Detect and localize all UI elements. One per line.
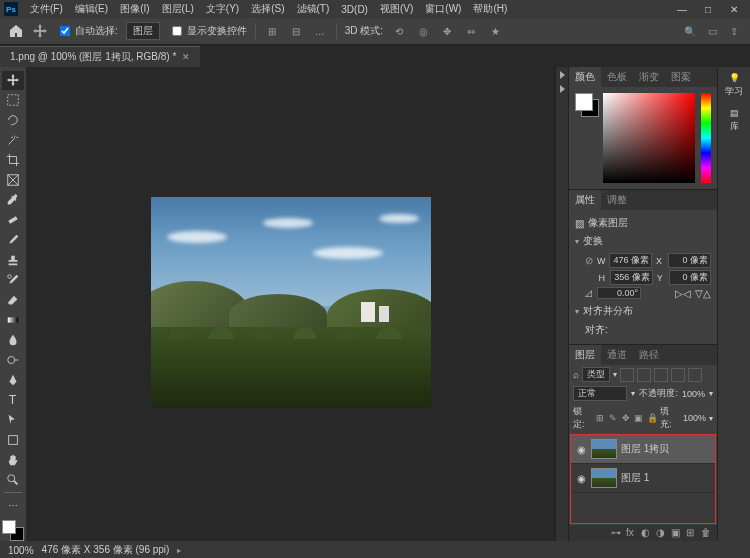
- width-field[interactable]: 476 像素: [609, 253, 652, 268]
- hue-strip[interactable]: [701, 93, 711, 183]
- library-panel-button[interactable]: ▤库: [730, 108, 739, 133]
- pen-tool[interactable]: [2, 371, 24, 390]
- 3d-pan-icon[interactable]: ✥: [439, 24, 455, 38]
- marquee-tool[interactable]: [2, 91, 24, 110]
- fx-icon[interactable]: fx: [626, 527, 638, 539]
- link-wh-icon[interactable]: ⊘: [585, 255, 593, 266]
- x-field[interactable]: 0 像素: [668, 253, 711, 268]
- menu-filter[interactable]: 滤镜(T): [291, 0, 336, 18]
- eyedropper-tool[interactable]: [2, 191, 24, 210]
- tab-layers[interactable]: 图层: [569, 345, 601, 365]
- auto-select-checkbox[interactable]: 自动选择:: [56, 23, 118, 39]
- expand-panel-icon[interactable]: [560, 71, 565, 79]
- filter-pixel-icon[interactable]: [620, 368, 634, 382]
- align-icon[interactable]: ⊞: [264, 24, 280, 38]
- 3d-roll-icon[interactable]: ◎: [415, 24, 431, 38]
- tab-pattern[interactable]: 图案: [665, 67, 697, 87]
- adjust-icon[interactable]: ◑: [656, 527, 668, 539]
- menu-select[interactable]: 选择(S): [245, 0, 290, 18]
- tab-close-icon[interactable]: ✕: [182, 52, 190, 62]
- shape-tool[interactable]: [2, 430, 24, 449]
- align-section[interactable]: 对齐并分布: [583, 304, 633, 318]
- hand-tool[interactable]: [2, 450, 24, 469]
- filter-shape-icon[interactable]: [671, 368, 685, 382]
- layer-row[interactable]: ◉ 图层 1拷贝: [571, 435, 715, 464]
- filter-adjust-icon[interactable]: [637, 368, 651, 382]
- visibility-icon[interactable]: ◉: [575, 444, 587, 455]
- new-layer-icon[interactable]: ⊞: [686, 527, 698, 539]
- filter-kind[interactable]: 类型: [582, 367, 610, 382]
- opacity-value[interactable]: 100%: [682, 389, 705, 399]
- menu-view[interactable]: 视图(V): [374, 0, 419, 18]
- zoom-level[interactable]: 100%: [8, 545, 34, 556]
- 3d-orbit-icon[interactable]: ⟲: [391, 24, 407, 38]
- distribute-icon[interactable]: ⊟: [288, 24, 304, 38]
- trash-icon[interactable]: 🗑: [701, 527, 713, 539]
- edit-toolbar-icon[interactable]: ⋯: [2, 496, 24, 515]
- show-transform-checkbox[interactable]: 显示变换控件: [168, 23, 247, 39]
- lock-all-icon[interactable]: 🔒: [647, 413, 657, 423]
- status-arrow-icon[interactable]: ▸: [177, 546, 181, 555]
- window-minimize[interactable]: —: [670, 4, 694, 15]
- layer-thumb[interactable]: [591, 468, 617, 488]
- menu-window[interactable]: 窗口(W): [419, 0, 467, 18]
- lock-paint-icon[interactable]: ✎: [609, 413, 619, 423]
- tab-gradient[interactable]: 渐变: [633, 67, 665, 87]
- frame-tool[interactable]: [2, 171, 24, 190]
- window-close[interactable]: ✕: [722, 4, 746, 15]
- layer-name[interactable]: 图层 1拷贝: [621, 442, 669, 456]
- lasso-tool[interactable]: [2, 111, 24, 130]
- tab-paths[interactable]: 路径: [633, 345, 665, 365]
- filter-smart-icon[interactable]: [688, 368, 702, 382]
- panel-fg-bg[interactable]: [575, 93, 599, 117]
- color-picker[interactable]: [603, 93, 695, 183]
- menu-type[interactable]: 文字(Y): [200, 0, 245, 18]
- workspace-icon[interactable]: ▭: [704, 24, 720, 38]
- document-tab[interactable]: 1.png @ 100% (图层 1拷贝, RGB/8) * ✕: [0, 46, 200, 67]
- layer-name[interactable]: 图层 1: [621, 471, 649, 485]
- share-icon[interactable]: ⇪: [726, 24, 742, 38]
- lock-nest-icon[interactable]: ▣: [634, 413, 644, 423]
- path-tool[interactable]: [2, 410, 24, 429]
- angle-field[interactable]: 0.00°: [597, 287, 641, 299]
- gradient-tool[interactable]: [2, 311, 24, 330]
- wand-tool[interactable]: [2, 131, 24, 150]
- menu-edit[interactable]: 编辑(E): [69, 0, 114, 18]
- learn-panel-button[interactable]: 💡学习: [725, 73, 743, 98]
- window-maximize[interactable]: □: [696, 4, 720, 15]
- tab-color[interactable]: 颜色: [569, 67, 601, 87]
- menu-help[interactable]: 帮助(H): [467, 0, 513, 18]
- move-tool[interactable]: [2, 71, 24, 90]
- blend-mode[interactable]: 正常: [573, 386, 627, 401]
- flip-v-icon[interactable]: ▽△: [695, 288, 711, 299]
- lock-trans-icon[interactable]: ⊞: [596, 413, 606, 423]
- tab-properties[interactable]: 属性: [569, 190, 601, 210]
- menu-image[interactable]: 图像(I): [114, 0, 155, 18]
- tab-adjustments[interactable]: 调整: [601, 190, 633, 210]
- layer-row[interactable]: ◉ 图层 1: [571, 464, 715, 493]
- fg-bg-colors[interactable]: [2, 520, 24, 541]
- auto-select-mode[interactable]: 图层: [126, 22, 160, 40]
- home-icon[interactable]: [8, 23, 24, 39]
- history-brush-tool[interactable]: [2, 271, 24, 290]
- 3d-slide-icon[interactable]: ⇔: [463, 24, 479, 38]
- dodge-tool[interactable]: [2, 351, 24, 370]
- layer-thumb[interactable]: [591, 439, 617, 459]
- menu-file[interactable]: 文件(F): [24, 0, 69, 18]
- tab-swatch[interactable]: 色板: [601, 67, 633, 87]
- flip-h-icon[interactable]: ▷◁: [675, 288, 691, 299]
- canvas[interactable]: [151, 197, 431, 407]
- y-field[interactable]: 0 像素: [669, 270, 712, 285]
- zoom-tool[interactable]: [2, 470, 24, 489]
- lock-pos-icon[interactable]: ✥: [622, 413, 632, 423]
- transform-section[interactable]: 变换: [583, 234, 603, 248]
- height-field[interactable]: 356 像素: [610, 270, 653, 285]
- type-tool[interactable]: T: [2, 391, 24, 410]
- crop-tool[interactable]: [2, 151, 24, 170]
- fill-value[interactable]: 100%: [683, 413, 706, 423]
- visibility-icon[interactable]: ◉: [575, 473, 587, 484]
- filter-type-icon[interactable]: [654, 368, 668, 382]
- menu-layer[interactable]: 图层(L): [156, 0, 200, 18]
- group-icon[interactable]: ▣: [671, 527, 683, 539]
- link-layers-icon[interactable]: ⊶: [611, 527, 623, 539]
